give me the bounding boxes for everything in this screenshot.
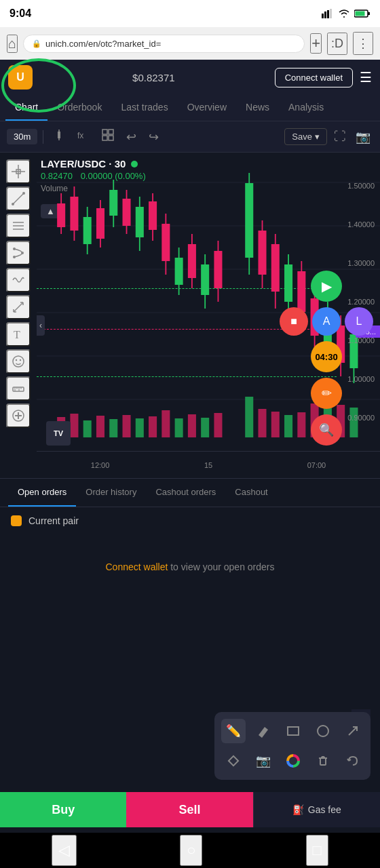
android-back-button[interactable]: ◁	[52, 835, 77, 866]
svg-point-19	[12, 203, 14, 205]
svg-rect-68	[201, 264, 209, 295]
price-level-1: 1.50000	[334, 182, 377, 190]
candle-icon	[53, 129, 65, 141]
svg-rect-3	[330, 9, 332, 18]
svg-rect-2	[327, 10, 329, 18]
screenshot-tool-button[interactable]: 📷	[251, 749, 276, 773]
signal-icon	[322, 9, 334, 18]
play-button[interactable]: ▶	[311, 271, 342, 302]
camera-button[interactable]: 📷	[353, 128, 373, 146]
tab-chart[interactable]: Chart	[5, 95, 48, 121]
svg-rect-1	[324, 12, 326, 18]
svg-rect-96	[149, 416, 157, 437]
android-nav-bar: ◁ ○ □	[0, 833, 380, 868]
measure-tool[interactable]	[6, 295, 31, 319]
order-tabs: Open orders Order history Cashout orders…	[0, 479, 380, 507]
home-button[interactable]: ⌂	[7, 35, 18, 53]
svg-text:T: T	[14, 329, 20, 340]
lock-icon: 🔒	[32, 39, 41, 48]
emoji-icon	[12, 355, 25, 368]
delete-tool-button[interactable]	[311, 749, 335, 773]
svg-rect-70	[214, 251, 222, 288]
color-picker-button[interactable]	[281, 749, 305, 773]
undo-icon	[346, 754, 360, 768]
fib-tool[interactable]	[6, 241, 31, 265]
horizontal-line-tool[interactable]	[6, 214, 31, 238]
indicator-button[interactable]: fx	[73, 127, 94, 146]
text-tool[interactable]: T	[6, 322, 31, 347]
ruler-tool[interactable]	[6, 376, 31, 401]
svg-rect-90	[70, 414, 78, 437]
svg-rect-7	[58, 132, 60, 138]
stop-button[interactable]: ■	[280, 307, 308, 336]
eraser-icon	[256, 724, 270, 738]
add-indicator-tool[interactable]	[6, 403, 31, 428]
pair-name: LAYER/USDC · 30	[41, 158, 146, 170]
candle-type-button[interactable]	[49, 127, 69, 146]
circle-tool-button[interactable]	[311, 719, 335, 743]
hamburger-menu-button[interactable]: ☰	[360, 69, 372, 85]
svg-rect-48	[70, 197, 78, 231]
svg-point-30	[20, 359, 21, 361]
add-icon	[12, 409, 25, 422]
gas-fee-button[interactable]: ⛽ Gas fee	[253, 792, 380, 827]
fab-l-button[interactable]: L	[345, 307, 373, 336]
wave-tool[interactable]	[6, 268, 31, 292]
sell-button[interactable]: Sell	[126, 792, 252, 827]
tab-overview[interactable]: Overview	[178, 95, 236, 121]
rectangle-tool-button[interactable]	[281, 719, 305, 743]
connect-wallet-link[interactable]: Connect wallet	[105, 561, 168, 572]
url-box[interactable]: 🔒 unich.com/en/otc?market_id=	[23, 35, 305, 53]
redo-button[interactable]: ↪	[145, 128, 163, 146]
fullscreen-button[interactable]: ⛶	[331, 128, 349, 145]
timeframe-button[interactable]: 30m	[7, 129, 37, 144]
chart-left-toolbar: T	[0, 153, 37, 478]
tab-cashout-orders[interactable]: Cashout orders	[146, 479, 225, 507]
svg-rect-12	[109, 130, 113, 134]
tab-open-orders[interactable]: Open orders	[8, 479, 76, 507]
search-fab-button[interactable]: 🔍	[311, 414, 342, 446]
undo-button[interactable]: ↩	[122, 128, 140, 146]
tab-last-trades[interactable]: Last trades	[111, 95, 177, 121]
browser-menu-button[interactable]: ⋮	[353, 32, 373, 55]
time-axis: 12:00 15 07:00	[37, 451, 380, 478]
pencil-tool-button[interactable]: ✏️	[221, 719, 246, 743]
tab-order-history[interactable]: Order history	[76, 479, 146, 507]
svg-point-29	[16, 359, 17, 361]
new-tab-button[interactable]: +	[310, 33, 322, 54]
tab-analysis[interactable]: Analysis	[279, 95, 333, 121]
svg-line-113	[349, 727, 357, 735]
trend-line-tool[interactable]	[6, 186, 31, 211]
tradingview-watermark: TV	[46, 421, 71, 446]
svg-rect-11	[102, 130, 107, 134]
tab-news[interactable]: News	[236, 95, 279, 121]
eraser-tool-button[interactable]	[251, 719, 276, 743]
edit-button[interactable]: ✏	[311, 378, 342, 409]
arrow-tool-button[interactable]	[341, 719, 365, 743]
tab-cashout[interactable]: Cashout	[225, 479, 277, 507]
wifi-icon	[338, 9, 350, 18]
tab-switcher-button[interactable]: :D	[327, 33, 347, 55]
layout-button[interactable]	[98, 127, 118, 146]
android-recents-button[interactable]: □	[306, 835, 328, 866]
emoji-tool[interactable]	[6, 349, 31, 374]
svg-rect-66	[188, 244, 196, 278]
diamond-tool-button[interactable]	[221, 749, 246, 773]
current-pair-row: Current pair	[0, 507, 380, 534]
tab-orderbook[interactable]: Orderbook	[48, 95, 111, 121]
trendline-icon	[12, 192, 25, 205]
connect-wallet-header-button[interactable]: Connect wallet	[275, 68, 353, 87]
collapse-sidebar-button[interactable]: ‹	[37, 315, 45, 336]
fib-icon	[12, 246, 25, 260]
svg-point-112	[318, 726, 328, 736]
svg-rect-102	[245, 397, 253, 437]
undo-drawing-button[interactable]	[341, 749, 365, 773]
buy-button[interactable]: Buy	[0, 792, 126, 827]
android-home-button[interactable]: ○	[180, 835, 202, 866]
save-button[interactable]: Save ▾	[284, 128, 327, 145]
fab-a-button[interactable]: A	[312, 307, 341, 336]
svg-rect-62	[162, 224, 170, 261]
url-text: unich.com/en/otc?market_id=	[45, 39, 161, 49]
svg-rect-50	[83, 217, 92, 244]
crosshair-tool[interactable]	[6, 159, 31, 184]
